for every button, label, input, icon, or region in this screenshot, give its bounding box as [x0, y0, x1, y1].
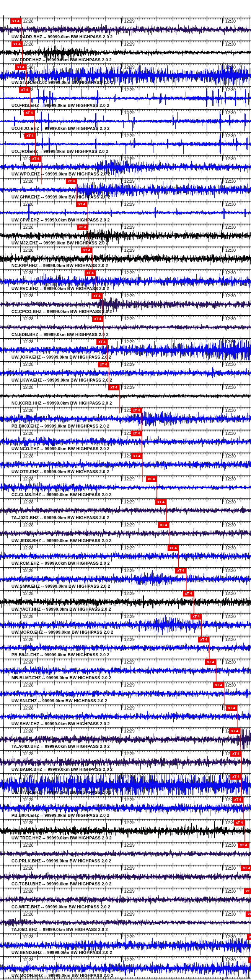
pick-flag[interactable]: xT 4	[168, 545, 179, 551]
pick-flag[interactable]: xT 4	[30, 156, 41, 162]
minute-label: 12:30	[225, 19, 236, 23]
minute-label: 12:28	[23, 934, 34, 939]
minute-label: 12:28	[23, 729, 34, 733]
trace-label: TA.I05D.BHZ -- 99999.0km BW HIGHPASS 2.0…	[11, 927, 108, 932]
pick-flag[interactable]: xT 4	[91, 293, 103, 299]
minute-label: 12:30	[225, 934, 236, 939]
minute-label: 12:28	[23, 912, 34, 916]
minute-label: 12:30	[225, 87, 236, 92]
minute-label: 12:29	[124, 133, 135, 138]
pick-flag[interactable]: xT 4	[76, 202, 87, 207]
trace-label: UW.MOON.EHZ -- 99999.0km BW HIGHPASS 2.0…	[11, 973, 113, 978]
pick-flag[interactable]: xT 4	[244, 888, 251, 894]
trace-label: NC.KRP.HHZ -- 99999.0km BW HIGHPASS 2.0 …	[11, 263, 108, 268]
trace-label: CC.WIFE.BHZ -- 99999.0km BW HIGHPASS 2.0…	[11, 905, 110, 909]
minute-label: 12:28	[23, 774, 34, 779]
minute-label: 12:28	[23, 866, 34, 870]
pick-flag[interactable]: xT 4	[241, 865, 251, 871]
minute-label: 12:29	[124, 87, 135, 92]
minute-label: 12:29	[124, 385, 135, 390]
minute-label: 12:28	[23, 19, 34, 23]
minute-label: 12:29	[124, 546, 135, 550]
pick-flag[interactable]: xT 4	[96, 339, 108, 345]
pick-flag[interactable]: xT 4	[11, 41, 23, 47]
pick-flag[interactable]: xT 4	[226, 705, 237, 711]
pick-flag[interactable]: xT 4	[175, 568, 186, 574]
minute-label: 12:29	[124, 477, 135, 481]
minute-label: 12:30	[225, 843, 236, 847]
pick-flag[interactable]: xT 4	[213, 682, 224, 688]
trace-label: UW.YACT.HHZ -- 99999.0km BW HIGHPASS 2.0…	[11, 607, 111, 611]
trace-label: TA.A04D.BHZ -- 99999.0km BW HIGHPASS 2.0…	[11, 744, 110, 749]
minute-label: 12:29	[124, 889, 135, 893]
minute-label: 12:30	[225, 568, 236, 573]
pick-flag[interactable]: xT 4	[131, 431, 142, 436]
pick-flag[interactable]: xT 4	[230, 774, 241, 780]
trace-label: UW.GHW.EHZ -- 99999.0km BW HIGHPASS 2.0 …	[11, 195, 110, 199]
pick-flag[interactable]: xT 4	[66, 179, 77, 184]
trace-label: UW.DDRF.HHZ -- 99999.0km BW HIGHPASS 2.0…	[11, 57, 112, 62]
minute-label: 12:30	[225, 179, 236, 184]
pick-flag[interactable]: xT 4	[92, 316, 103, 322]
minute-label: 12:29	[124, 934, 135, 939]
minute-label: 12:30	[225, 866, 236, 870]
minute-label: 12:29	[124, 637, 135, 642]
pick-flag[interactable]: xT 4	[246, 911, 251, 917]
minute-label: 12:30	[225, 546, 236, 550]
pick-flag[interactable]: xT 4	[77, 225, 88, 230]
pick-flag[interactable]: xT 4	[98, 362, 109, 367]
pick-flag[interactable]: xT 4	[234, 820, 245, 826]
trace-label: UW.BEND.EHZ -- 99999.0km BW HIGHPASS 2.0…	[11, 950, 112, 955]
trace-label: CC.PRLK.BHZ -- 99999.0km BW HIGHPASS 2.0…	[11, 859, 111, 863]
pick-flag[interactable]: xT 4	[183, 591, 194, 597]
pick-flag[interactable]: xT 4	[131, 453, 142, 459]
pick-flag[interactable]: xT 4	[198, 637, 209, 642]
minute-label: 12:29	[124, 156, 135, 161]
pick-flag[interactable]: xT 4	[191, 614, 202, 619]
pick-flag[interactable]: xT 4	[146, 476, 157, 482]
minute-label: 12:30	[225, 431, 236, 436]
pick-flag[interactable]: xT 4	[238, 842, 249, 848]
minute-label: 12:29	[124, 362, 135, 367]
minute-label: 12:30	[225, 339, 236, 344]
minute-label: 12:29	[124, 19, 135, 23]
minute-label: 12:30	[225, 42, 236, 46]
pick-flag[interactable]: xT 4	[232, 797, 243, 803]
pick-flag[interactable]: xT 4	[229, 728, 240, 734]
minute-label: 12:30	[225, 156, 236, 161]
minute-label: 12:28	[23, 248, 34, 252]
trace-label: UW.NCO.EHZ -- 99999.0km BW HIGHPASS 2.0 …	[11, 446, 109, 451]
pick-flag[interactable]: xT 4	[108, 385, 119, 390]
minute-label: 12:28	[23, 454, 34, 458]
pick-flag[interactable]: xT 4	[248, 957, 251, 963]
pick-flag[interactable]: xT 4	[19, 87, 30, 93]
minute-label: 12:28	[23, 683, 34, 687]
pick-flag[interactable]: xT 4	[158, 522, 169, 528]
minute-label: 12:30	[225, 454, 236, 458]
pick-flag[interactable]: xT 4	[230, 751, 241, 757]
trace-label: UW.BABR.BHZ -- 99999.0km BW HIGHPASS 2.0…	[11, 767, 112, 772]
minute-label: 12:30	[225, 660, 236, 664]
minute-label: 12:29	[124, 293, 135, 298]
trace-rows: 12:2812:2912:30UW.RADR.BHZ -- 99999.0km …	[0, 0, 251, 980]
minute-label: 12:28	[23, 957, 34, 962]
pick-flag[interactable]: xT 4	[131, 408, 142, 413]
pick-flag[interactable]: xT 4	[247, 934, 251, 940]
trace-label: UW.STAR.EHZ -- 99999.0km BW HIGHPASS 2.0…	[11, 790, 111, 795]
pick-flag[interactable]: xT 4	[15, 64, 26, 70]
pick-flag[interactable]: xT 4	[81, 247, 92, 253]
pick-flag[interactable]: xT 4	[85, 270, 96, 276]
trace-label: CC.CPCO.BHZ -- 99999.0km BW HIGHPASS 2.0…	[11, 309, 112, 314]
pick-flag[interactable]: xT 4	[24, 110, 35, 116]
pick-flag[interactable]: xT 4	[24, 133, 36, 139]
pick-flag[interactable]: xT 4	[155, 499, 166, 505]
seismogram-review-window: 60908376 UW Oct 23, 2014 12:28:08.00 46.…	[0, 0, 251, 980]
minute-label: 12:30	[225, 500, 236, 504]
minute-label: 12:29	[124, 774, 135, 779]
minute-label: 12:29	[124, 110, 135, 115]
minute-label: 12:28	[23, 751, 34, 756]
pick-flag[interactable]: xT 4	[10, 18, 21, 24]
pick-flag[interactable]: xT 4	[205, 659, 216, 665]
minute-label: 12:28	[23, 614, 34, 619]
minute-label: 12:28	[23, 637, 34, 642]
